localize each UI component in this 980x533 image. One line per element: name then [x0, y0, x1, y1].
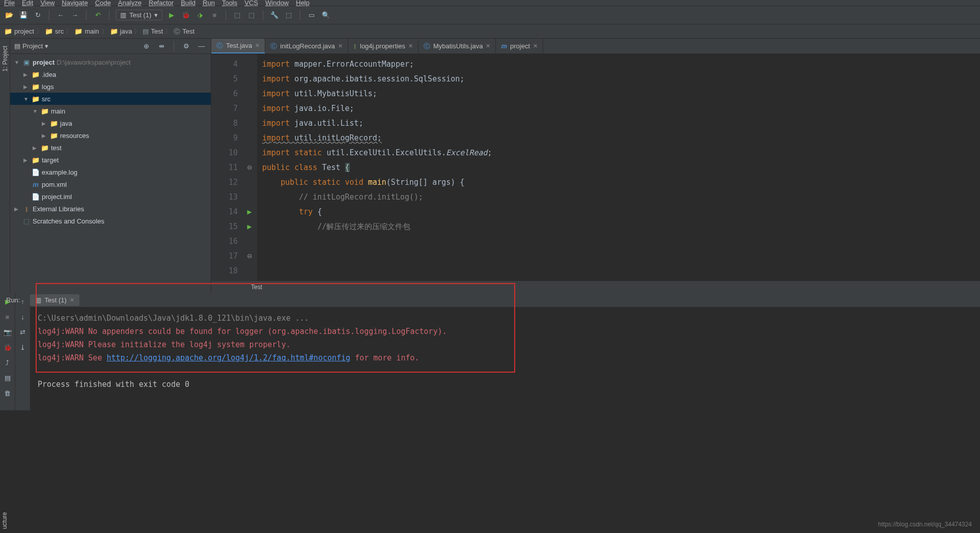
editor-area: ⒸTest.java✕ⒸinitLogRecord.java✕⫿log4j.pr…	[211, 39, 980, 293]
profiler-icon[interactable]: ⬚	[232, 10, 242, 20]
scroll-icon[interactable]: ⤓	[18, 342, 28, 352]
tree-item[interactable]: ▶📁java	[10, 117, 211, 129]
menu-navigate[interactable]: Navigate	[62, 0, 88, 7]
open-icon[interactable]: 📂	[4, 10, 14, 20]
panel-title-label: Project	[22, 42, 43, 50]
editor-tab[interactable]: ⒸinitLogRecord.java✕	[265, 39, 348, 53]
toolbar: 📂 💾 ↻ ← → ↶ ▥ Test (1) ▾ ▶ 🐞 ⬗ ■ ⬚ ⬚ 🔧 ⬚…	[0, 6, 980, 24]
panel-icon: ▤	[14, 42, 20, 50]
side-tab-bar: 1: Project	[0, 39, 10, 293]
run-label: Run:	[6, 296, 20, 304]
menu-vcs[interactable]: VCS	[244, 0, 258, 7]
back-icon[interactable]: ←	[55, 10, 66, 20]
side-tab-project[interactable]: 1: Project	[1, 43, 10, 75]
run-config-dropdown[interactable]: ▥ Test (1) ▾	[116, 10, 162, 20]
editor-tabs: ⒸTest.java✕ⒸinitLogRecord.java✕⫿log4j.pr…	[211, 39, 980, 54]
stop-icon[interactable]: ■	[209, 10, 219, 20]
tree-item[interactable]: ▶📁resources	[10, 129, 211, 142]
close-icon[interactable]: ✕	[70, 297, 74, 303]
collapse-icon[interactable]: ⇹	[156, 41, 166, 51]
tree-item[interactable]: 📄project.iml	[10, 190, 211, 203]
stop-run-icon[interactable]: ■	[3, 312, 13, 322]
tree-item[interactable]: mpom.xml	[10, 178, 211, 190]
menu-analyze[interactable]: Analyze	[118, 0, 142, 7]
tree-item[interactable]: 📄example.log	[10, 166, 211, 178]
project-panel: ▤ Project ▾ ⊕ ⇹ ⚙ — ▼▣project D:\javawor…	[10, 39, 211, 293]
menu-run[interactable]: Run	[203, 0, 215, 7]
close-icon[interactable]: ✕	[408, 43, 413, 49]
tree-item[interactable]: ▶📁.idea	[10, 68, 211, 80]
wrap-icon[interactable]: ⇄	[18, 327, 28, 337]
run-side-actions2: ↑ ↓ ⇄ ⤓	[15, 293, 31, 410]
menu-tools[interactable]: Tools	[222, 0, 237, 7]
debug-run-icon[interactable]: 🐞	[3, 342, 13, 352]
undo-arrow-icon[interactable]: ↶	[93, 10, 103, 20]
menu-window[interactable]: Window	[265, 0, 289, 7]
project-tree[interactable]: ▼▣project D:\javaworkspace\project▶📁.ide…	[10, 54, 211, 293]
editor-tab[interactable]: ⒸTest.java✕	[211, 39, 265, 53]
stack-icon: ▥	[120, 11, 126, 19]
code-area[interactable]: import mapper.ErrorAccountMapper;import …	[257, 54, 980, 281]
menu-refactor[interactable]: Refactor	[149, 0, 174, 7]
forward-icon[interactable]: →	[70, 10, 80, 20]
tree-item[interactable]: ▶📁target	[10, 154, 211, 166]
editor-tab[interactable]: ⒸMybatisUtils.java✕	[418, 39, 496, 53]
tree-item[interactable]: ▶📁test	[10, 142, 211, 154]
close-icon[interactable]: ✕	[255, 42, 260, 49]
dump-icon[interactable]: 📷	[3, 327, 13, 337]
breadcrumb: 📁 project〉📁 src〉📁 main〉📁 java〉▤ Test〉Ⓒ T…	[0, 24, 980, 39]
side-tab-structure[interactable]: ucture	[1, 512, 8, 529]
settings-icon[interactable]: 🔧	[269, 10, 279, 20]
exit-icon[interactable]: ⤴	[3, 357, 13, 368]
close-icon[interactable]: ✕	[486, 43, 490, 49]
tree-item[interactable]: ▶⫿External Libraries	[10, 203, 211, 215]
console-link[interactable]: http://logging.apache.org/log4j/1.2/faq.…	[106, 353, 350, 362]
breadcrumb-item[interactable]: 📁 src	[45, 27, 64, 35]
refresh-icon[interactable]: ↻	[33, 10, 43, 20]
tree-item[interactable]: ⬚Scratches and Consoles	[10, 215, 211, 227]
chevron-down-icon[interactable]: ▾	[45, 42, 48, 50]
editor-crumb-label: Test	[251, 284, 262, 291]
run-config-label: Test (1)	[129, 11, 151, 19]
trash-icon[interactable]: 🗑	[3, 388, 13, 398]
run-tab-label: Test (1)	[44, 296, 66, 304]
save-icon[interactable]: 💾	[18, 10, 29, 20]
editor-tab[interactable]: mproject✕	[496, 39, 543, 53]
menu-edit[interactable]: Edit	[22, 0, 33, 7]
console-output[interactable]: C:\Users\admin\Downloads\Java\jdk1.8.0_1…	[31, 307, 980, 410]
menu-help[interactable]: Help	[296, 0, 310, 7]
menu-build[interactable]: Build	[181, 0, 195, 7]
breadcrumb-item[interactable]: 📁 main	[74, 27, 99, 35]
layout-icon[interactable]: ▤	[3, 373, 13, 383]
structure-icon[interactable]: ⬚	[284, 10, 294, 20]
tree-item[interactable]: ▼▣project D:\javaworkspace\project	[10, 56, 211, 68]
close-icon[interactable]: ✕	[338, 43, 343, 49]
coverage-icon[interactable]: ⬗	[195, 10, 205, 20]
gear-icon[interactable]: ⚙	[181, 41, 191, 51]
hide-icon[interactable]: —	[197, 41, 207, 51]
tree-item[interactable]: ▼📁main	[10, 105, 211, 117]
avd-icon[interactable]: ▭	[306, 10, 317, 20]
run-icon[interactable]: ▶	[166, 10, 177, 20]
breadcrumb-item[interactable]: ▤ Test	[143, 27, 163, 35]
editor-body[interactable]: 456789101112131415161718 ⊖ ▶▶ ⊖ import m…	[211, 54, 980, 281]
editor-tab[interactable]: ⫿log4j.properties✕	[348, 39, 418, 53]
tree-item[interactable]: ▶📁logs	[10, 80, 211, 93]
tree-item[interactable]: ▼📁src	[10, 93, 211, 105]
stack-icon: ▥	[35, 296, 41, 304]
close-icon[interactable]: ✕	[533, 43, 538, 49]
breadcrumb-item[interactable]: 📁 project	[4, 27, 34, 35]
menu-view[interactable]: View	[40, 0, 54, 7]
menubar: FileEditViewNavigateCodeAnalyzeRefactorB…	[0, 0, 980, 6]
breadcrumb-item[interactable]: 📁 java	[110, 27, 132, 35]
attach-icon[interactable]: ⬚	[246, 10, 257, 20]
breadcrumb-item[interactable]: Ⓒ Test	[174, 27, 194, 36]
locate-icon[interactable]: ⊕	[141, 41, 151, 51]
menu-file[interactable]: File	[4, 0, 15, 7]
search-icon[interactable]: 🔍	[321, 10, 331, 20]
down-icon[interactable]: ↓	[18, 312, 28, 322]
run-tab[interactable]: ▥ Test (1) ✕	[30, 294, 79, 306]
gutter-icons: ⊖ ▶▶ ⊖	[242, 54, 257, 281]
menu-code[interactable]: Code	[95, 0, 111, 7]
debug-icon[interactable]: 🐞	[181, 10, 191, 20]
